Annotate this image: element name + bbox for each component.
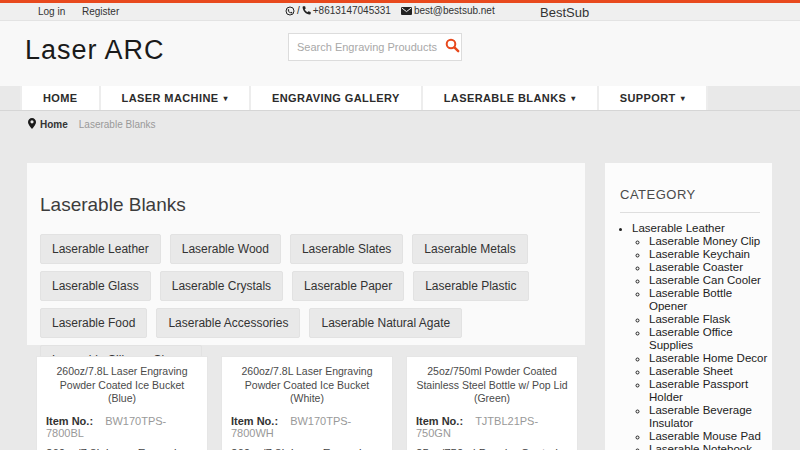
chevron-down-icon: ▾: [223, 94, 227, 103]
filter-laserable-natural-agate[interactable]: Laserable Natural Agate: [309, 308, 462, 338]
category-item[interactable]: Laserable Passport Holder: [649, 378, 772, 404]
breadcrumb-current: Laserable Blanks: [79, 119, 156, 130]
nav-item-engraving-gallery[interactable]: ENGRAVING GALLERY: [251, 86, 423, 110]
category-item[interactable]: Laserable Sheet: [649, 365, 772, 378]
product-title[interactable]: 260oz/7.8L Laser Engraving Powder Coated…: [231, 365, 383, 406]
nav-strip: HOME LASER MACHINE ▾ ENGRAVING GALLERY L…: [20, 86, 708, 110]
filter-laserable-accessories[interactable]: Laserable Accessories: [156, 308, 300, 338]
search-input[interactable]: [289, 41, 443, 53]
sidebar-divider: [620, 212, 760, 213]
laser-arc-logo[interactable]: Laser ARC: [25, 35, 165, 66]
category-label[interactable]: Laserable Leather: [632, 222, 725, 234]
category-item[interactable]: Laserable Can Cooler: [649, 274, 772, 287]
category-item[interactable]: Laserable Mouse Pad: [649, 430, 772, 443]
product-description: 25oz/750ml Powder Coated Stainless Steel…: [416, 444, 568, 450]
chevron-down-icon: ▾: [681, 94, 685, 103]
filter-laserable-slates[interactable]: Laserable Slates: [290, 234, 403, 264]
category-filter-buttons: Laserable Leather Laserable Wood Laserab…: [40, 234, 574, 375]
filter-laserable-food[interactable]: Laserable Food: [40, 308, 147, 338]
email-icon: [401, 7, 412, 15]
email-link[interactable]: best@bestsub.net: [414, 5, 495, 16]
nav-label: LASER MACHINE: [122, 92, 219, 104]
category-item[interactable]: Laserable Keychain: [649, 248, 772, 261]
product-card[interactable]: 260oz/7.8L Laser Engraving Powder Coated…: [36, 356, 208, 450]
product-item-no-row: Item No.: BW170TPS-7800WH: [231, 415, 383, 439]
page-title: Laserable Blanks: [40, 194, 186, 216]
filter-laserable-leather[interactable]: Laserable Leather: [40, 234, 161, 264]
search-box: [288, 33, 462, 61]
category-item[interactable]: Laserable Coaster: [649, 261, 772, 274]
whatsapp-icon: [285, 6, 295, 16]
login-link[interactable]: Log in: [38, 6, 65, 17]
phone-icon: [302, 6, 311, 15]
item-no-label: Item No.:: [416, 415, 463, 427]
product-card[interactable]: 260oz/7.8L Laser Engraving Powder Coated…: [221, 356, 393, 450]
map-pin-icon: [28, 118, 36, 131]
nav-item-home[interactable]: HOME: [20, 86, 101, 110]
nav-item-laser-machine[interactable]: LASER MACHINE ▾: [101, 86, 251, 110]
filter-laserable-metals[interactable]: Laserable Metals: [412, 234, 527, 264]
product-card-row: 260oz/7.8L Laser Engraving Powder Coated…: [36, 356, 578, 450]
item-no-label: Item No.:: [46, 415, 93, 427]
nav-item-support[interactable]: SUPPORT ▾: [599, 86, 708, 110]
sidebar-title: CATEGORY: [620, 187, 772, 202]
page: Log in Register / +8613147045331 best@be…: [0, 0, 800, 450]
product-item-no-row: Item No.: BW170TPS-7800BL: [46, 415, 198, 439]
category-item[interactable]: Laserable Home Decor: [649, 352, 772, 365]
product-card[interactable]: 25oz/750ml Powder Coated Stainless Steel…: [406, 356, 578, 450]
header: Laser ARC: [0, 21, 800, 86]
breadcrumb: Home Laserable Blanks: [0, 111, 800, 137]
nav-label: HOME: [43, 92, 78, 104]
filter-laserable-paper[interactable]: Laserable Paper: [292, 271, 404, 301]
category-item[interactable]: Laserable Bottle Opener: [649, 287, 772, 313]
category-item[interactable]: Laserable Office Supplies: [649, 326, 772, 352]
category-sidebar: CATEGORY Laserable Leather Laserable Mon…: [605, 163, 772, 450]
category-item[interactable]: Laserable Beverage Insulator: [649, 404, 772, 430]
bestsub-brand-link[interactable]: BestSub: [540, 5, 589, 20]
phone-link[interactable]: +8613147045331: [313, 5, 391, 16]
topbar: Log in Register / +8613147045331 best@be…: [0, 3, 800, 21]
category-sublist: Laserable Money Clip Laserable Keychain …: [632, 235, 772, 450]
main-content-panel: Laserable Blanks Laserable Leather Laser…: [27, 163, 585, 345]
item-no-label: Item No.:: [231, 415, 278, 427]
category-item[interactable]: Laserable Flask: [649, 313, 772, 326]
product-description: 260oz/7.8L Laser Engraving Powder Coated…: [46, 444, 198, 450]
filter-laserable-plastic[interactable]: Laserable Plastic: [413, 271, 528, 301]
category-item[interactable]: Laserable Notebook: [649, 443, 772, 450]
email-block: best@bestsub.net: [401, 5, 495, 16]
filter-laserable-crystals[interactable]: Laserable Crystals: [160, 271, 283, 301]
search-button[interactable]: [443, 34, 461, 60]
product-title[interactable]: 260oz/7.8L Laser Engraving Powder Coated…: [46, 365, 198, 406]
nav-label: ENGRAVING GALLERY: [272, 92, 400, 104]
register-link[interactable]: Register: [82, 6, 119, 17]
product-title[interactable]: 25oz/750ml Powder Coated Stainless Steel…: [416, 365, 568, 406]
nav-label: SUPPORT: [620, 92, 676, 104]
filter-laserable-glass[interactable]: Laserable Glass: [40, 271, 151, 301]
main-nav: HOME LASER MACHINE ▾ ENGRAVING GALLERY L…: [0, 86, 800, 111]
chevron-down-icon: ▾: [571, 94, 575, 103]
nav-item-laserable-blanks[interactable]: LASERABLE BLANKS ▾: [423, 86, 599, 110]
category-item[interactable]: Laserable Money Clip: [649, 235, 772, 248]
category-list: Laserable Leather Laserable Money Clip L…: [605, 222, 772, 450]
product-item-no-row: Item No.: TJTBL21PS-750GN: [416, 415, 568, 439]
phone-separator: /: [297, 5, 300, 16]
filter-laserable-wood[interactable]: Laserable Wood: [170, 234, 281, 264]
nav-label: LASERABLE BLANKS: [444, 92, 567, 104]
breadcrumb-home-link[interactable]: Home: [40, 119, 68, 130]
product-description: 260oz/7.8L Laser Engraving Powder Coated…: [231, 444, 383, 450]
category-item-parent[interactable]: Laserable Leather Laserable Money Clip L…: [632, 222, 772, 450]
search-icon: [445, 38, 460, 56]
contact-info: / +8613147045331 best@bestsub.net: [285, 5, 495, 16]
